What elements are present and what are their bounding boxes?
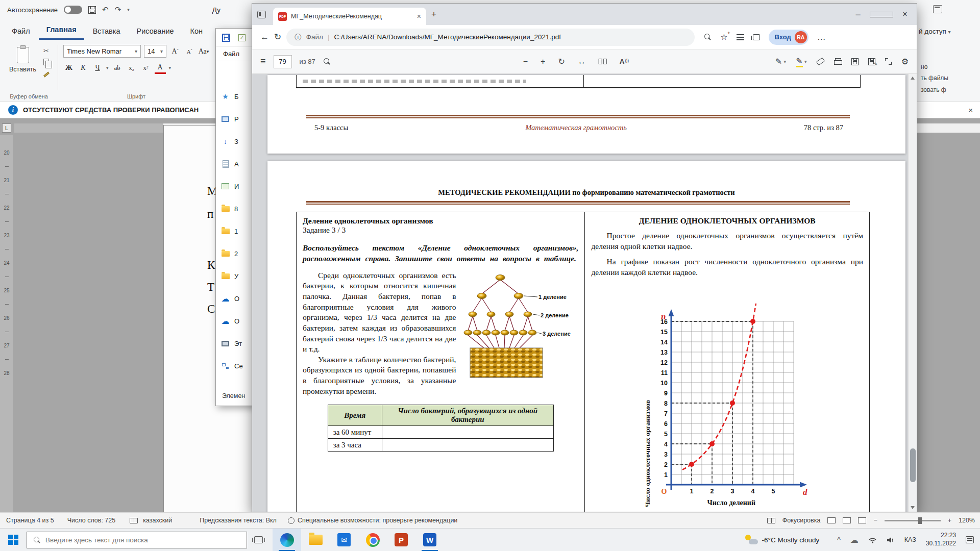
pdf-viewer[interactable]: 5-9 классы Математическая грамотность 78…: [252, 74, 917, 512]
save-icon[interactable]: [851, 58, 859, 65]
subscript-button[interactable]: x₂: [126, 62, 137, 74]
web-layout-icon[interactable]: [858, 517, 866, 523]
browser-menu-icon[interactable]: …: [817, 32, 826, 42]
pdf-scrollbar[interactable]: [908, 74, 917, 512]
print-icon[interactable]: [834, 58, 842, 65]
grow-font-button[interactable]: Аˆ: [169, 45, 181, 58]
page-view-icon[interactable]: [599, 59, 607, 64]
strikethrough-button[interactable]: ab: [112, 62, 123, 74]
undo-icon[interactable]: ↶: [102, 5, 109, 14]
ribbon-display-options-icon[interactable]: [933, 5, 942, 13]
profile-button[interactable]: Вход RA: [769, 30, 808, 45]
bold-button[interactable]: Ж: [63, 62, 75, 74]
tab-actions-icon[interactable]: [257, 11, 266, 18]
redo-icon[interactable]: ↷: [115, 5, 121, 14]
zoom-indicator-icon[interactable]: [704, 33, 712, 41]
underline-button[interactable]: Ч: [92, 62, 103, 74]
url-field[interactable]: ⓘ Файл | C:/Users/ARENA/Downloads/МГ_Мет…: [286, 29, 695, 46]
print-layout-icon[interactable]: [843, 517, 851, 523]
tab-close-icon[interactable]: ×: [417, 12, 421, 20]
network-icon[interactable]: [868, 537, 877, 543]
tab-insert[interactable]: Вставка: [85, 22, 128, 40]
favorites-list-icon[interactable]: [737, 34, 744, 40]
browser-tab[interactable]: PDF МГ_МетодическиеРекомендац ×: [273, 8, 426, 25]
scrollbar-thumb[interactable]: [910, 448, 916, 482]
status-language[interactable]: казахский: [143, 517, 172, 524]
hidden-icons-chevron[interactable]: ^: [837, 536, 841, 544]
autosave-toggle[interactable]: [64, 6, 82, 14]
start-button[interactable]: [0, 529, 27, 551]
read-aloud-icon[interactable]: A: [620, 58, 629, 65]
status-word-count[interactable]: Число слов: 725: [67, 517, 116, 524]
paste-button[interactable]: Вставить: [5, 44, 40, 77]
draw-icon[interactable]: ✎▾: [775, 57, 786, 66]
highlight-icon[interactable]: ✎▾: [796, 56, 806, 67]
cut-icon[interactable]: ✂: [43, 47, 53, 55]
italic-button[interactable]: К: [78, 62, 89, 74]
qat-caret-icon[interactable]: ▾: [127, 7, 130, 12]
scroll-up-icon[interactable]: [911, 77, 915, 80]
copy-icon[interactable]: [43, 58, 53, 66]
status-accessibility[interactable]: Специальные возможности: проверьте реком…: [298, 517, 457, 524]
rotate-icon[interactable]: ↻: [558, 57, 565, 66]
taskbar-clock[interactable]: 22:23 30.11.2022: [926, 532, 956, 547]
font-color-caret-icon[interactable]: ▾: [169, 65, 172, 70]
toc-menu-icon[interactable]: ≡: [260, 56, 266, 67]
weather-widget[interactable]: -6°C Mostly cloudy: [744, 534, 828, 545]
underline-caret-icon[interactable]: ▾: [106, 65, 109, 70]
proofing-status-icon[interactable]: [130, 518, 138, 523]
volume-icon[interactable]: [887, 537, 895, 543]
refresh-icon[interactable]: ↻: [274, 32, 281, 42]
superscript-button[interactable]: x²: [140, 62, 152, 74]
tab-home[interactable]: Главная: [39, 21, 84, 40]
format-painter-icon[interactable]: [43, 69, 53, 77]
taskbar-edge[interactable]: [273, 529, 301, 551]
fit-width-icon[interactable]: ↔: [578, 57, 586, 66]
scroll-down-icon[interactable]: [911, 506, 915, 509]
add-favorite-icon[interactable]: ☆+: [720, 32, 727, 42]
new-tab-icon[interactable]: +: [431, 9, 436, 19]
pdf-settings-icon[interactable]: ⚙: [901, 57, 909, 66]
taskbar-chrome[interactable]: [358, 529, 387, 551]
fullscreen-icon[interactable]: [885, 58, 892, 65]
taskbar-word[interactable]: W: [415, 529, 444, 551]
tab-draw[interactable]: Рисование: [129, 22, 182, 40]
menu-file[interactable]: Файл: [223, 50, 239, 58]
save-icon[interactable]: [222, 34, 230, 42]
save-icon[interactable]: [88, 6, 96, 14]
search-icon[interactable]: [323, 58, 331, 65]
zoom-out-icon[interactable]: −: [523, 57, 528, 66]
page-number-input[interactable]: [274, 55, 292, 68]
taskbar-search[interactable]: [27, 532, 247, 548]
status-page-count[interactable]: Страница 4 из 5: [6, 517, 54, 524]
task-view-button[interactable]: [247, 529, 270, 551]
back-icon[interactable]: ←: [260, 32, 269, 42]
font-name-select[interactable]: Times New Romar ▾: [63, 45, 141, 58]
zoom-slider[interactable]: [885, 520, 941, 521]
font-color-button[interactable]: А: [155, 62, 166, 74]
collections-icon[interactable]: [753, 34, 760, 40]
share-button-fragment[interactable]: й доступ ▾: [919, 28, 951, 35]
erase-icon[interactable]: [816, 58, 824, 66]
change-case-button[interactable]: Аа▾: [198, 45, 209, 58]
warning-close-icon[interactable]: ×: [968, 106, 973, 114]
tab-selector[interactable]: L: [2, 123, 11, 133]
maximize-icon[interactable]: [870, 4, 893, 25]
zoom-out-icon[interactable]: −: [873, 517, 877, 524]
taskbar-mail[interactable]: ✉: [330, 529, 358, 551]
page-info-icon[interactable]: ⓘ: [295, 33, 302, 42]
minimize-icon[interactable]: ─: [846, 4, 870, 25]
read-mode-icon[interactable]: [827, 517, 836, 523]
status-focus[interactable]: Фокусировка: [782, 517, 821, 524]
font-size-select[interactable]: 14 ▾: [144, 45, 166, 58]
zoom-in-icon[interactable]: +: [541, 57, 545, 66]
checkbox-icon[interactable]: ✓: [238, 34, 246, 41]
zoom-in-icon[interactable]: +: [948, 517, 951, 524]
search-input[interactable]: [45, 536, 240, 544]
tab-file[interactable]: Файл: [4, 22, 38, 40]
status-text-predictions[interactable]: Предсказания текста: Вкл: [200, 517, 277, 524]
zoom-level[interactable]: 120%: [959, 517, 975, 524]
tab-design-fragment[interactable]: Кон: [183, 22, 211, 40]
taskbar-powerpoint[interactable]: P: [387, 529, 415, 551]
shrink-font-button[interactable]: Аˇ: [184, 45, 195, 58]
